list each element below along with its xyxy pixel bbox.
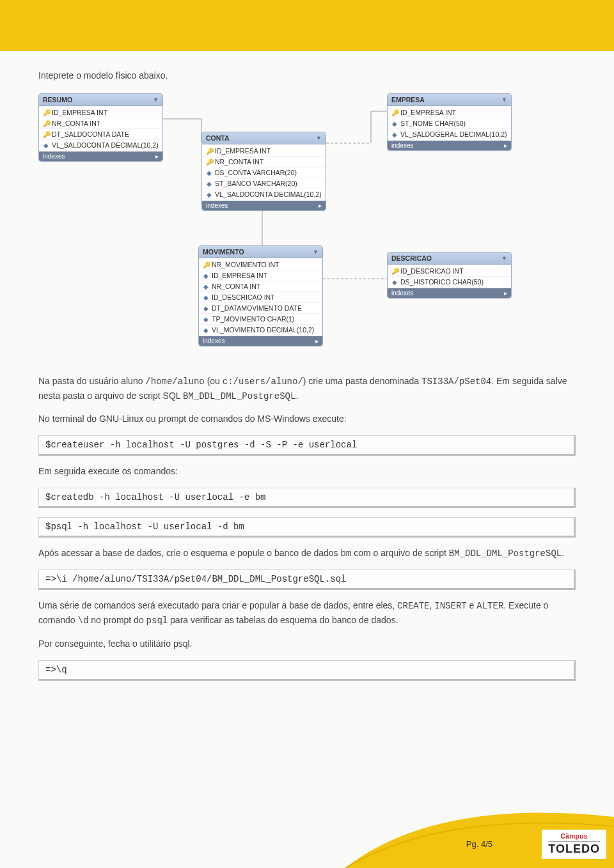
col-icon: ◆ [203,283,209,290]
attr: VL_MOVIMENTO DECIMAL(10,2) [212,326,314,334]
attr: DT_SALDOCONTA DATE [52,130,129,138]
paragraph: Na pasta do usuário aluno /home/aluno (o… [38,375,576,403]
command-box: $psql -h localhost -U userlocal -d bm [38,517,576,538]
chevron-down-icon: ▼ [313,249,319,255]
attr: TP_MOVIMENTO CHAR(1) [212,315,294,323]
pk-icon: 🔑 [206,159,212,166]
col-icon: ◆ [203,305,209,312]
chevron-down-icon: ▼ [153,97,159,103]
entity-title: EMPRESA [391,96,425,104]
entity-header: EMPRESA ▼ [388,94,511,106]
col-icon: ◆ [391,131,398,138]
attr: DT_DATAMOVIMENTO DATE [212,304,302,312]
attr: VL_SALDOGERAL DECIMAL(10,2) [400,130,507,138]
attr: ID_EMPRESA INT [215,147,271,155]
command-box: =>\i /home/aluno/TSI33A/pSet04/BM_DDL_DM… [38,570,576,590]
indexes-row: indexes▸ [388,288,511,298]
paragraph: Após acessar a base de dados, crie o esq… [38,546,576,561]
attr: ID_EMPRESA INT [400,109,456,116]
entity-title: CONTA [206,134,230,142]
paragraph: Uma série de comandos será executado par… [38,599,576,628]
pk-icon: 🔑 [206,148,212,155]
indexes-row: indexes▸ [202,201,326,210]
attr: ID_EMPRESA INT [52,109,107,116]
logo-toledo: TOLEDO [548,843,600,855]
attr: ST_NOME CHAR(50) [400,120,466,127]
attr: NR_CONTA INT [212,283,260,290]
logo-campus: Câmpus [548,833,600,842]
col-icon: ◆ [43,142,49,149]
attr: VL_SALDOCONTA DECIMAL(10,2) [52,141,159,149]
col-icon: ◆ [206,191,212,198]
chevron-down-icon: ▼ [501,255,507,261]
attr: NR_MOVIMENTO INT [212,261,279,268]
pk-icon: 🔑 [391,268,398,275]
attr: ID_EMPRESA INT [212,272,267,279]
entity-resumo: RESUMO ▼ 🔑ID_EMPRESA INT 🔑NR_CONTA INT 🔑… [38,93,163,162]
pk-icon: 🔑 [43,109,49,116]
attr: VL_SALDOCONTA DECIMAL(10,2) [215,190,322,198]
header-bar [0,0,614,51]
entity-header: CONTA ▼ [202,132,326,144]
entity-descricao: DESCRICAO ▼ 🔑ID_DESCRICAO INT ◆DS_HISTOR… [387,252,512,298]
attr: DS_HISTORICO CHAR(50) [400,278,484,286]
pk-icon: 🔑 [43,131,49,138]
document-content: Inteprete o modelo físico abaixo. RESUMO… [0,51,614,702]
pk-icon: 🔑 [203,261,209,268]
entity-conta: CONTA ▼ 🔑ID_EMPRESA INT 🔑NR_CONTA INT ◆D… [201,132,326,211]
col-icon: ◆ [203,294,209,301]
page-number: Pg. 4/5 [466,839,492,849]
col-icon: ◆ [203,272,209,279]
chevron-down-icon: ▼ [316,135,322,141]
chevron-down-icon: ▼ [501,97,507,103]
intro-text: Inteprete o modelo físico abaixo. [38,70,576,81]
indexes-row: indexes▸ [39,151,162,161]
campus-logo: Câmpus TOLEDO [542,830,606,859]
col-icon: ◆ [206,169,212,176]
attr: ID_DESCRICAO INT [212,293,275,301]
attr: NR_CONTA INT [215,158,264,166]
attr: DS_CONTA VARCHAR(20) [215,169,297,176]
entity-header: MOVIMENTO ▼ [199,246,322,258]
pk-icon: 🔑 [43,120,49,127]
pk-icon: 🔑 [391,109,398,116]
entity-title: MOVIMENTO [203,248,244,256]
erd-diagram: RESUMO ▼ 🔑ID_EMPRESA INT 🔑NR_CONTA INT 🔑… [38,93,576,362]
paragraph: Por conseguinte, fecha o utilitário psql… [38,637,576,651]
footer: Pg. 4/5 Câmpus TOLEDO [0,791,614,868]
col-icon: ◆ [391,120,398,127]
attr: ST_BANCO VARCHAR(20) [215,180,297,187]
col-icon: ◆ [203,327,209,334]
command-box: $createuser -h localhost -U postgres -d … [38,435,576,456]
attr: NR_CONTA INT [52,120,100,127]
entity-empresa: EMPRESA ▼ 🔑ID_EMPRESA INT ◆ST_NOME CHAR(… [387,93,512,151]
indexes-row: indexes▸ [388,141,511,150]
attr: ID_DESCRICAO INT [400,267,464,275]
entity-title: RESUMO [43,96,72,104]
col-icon: ◆ [206,180,212,187]
col-icon: ◆ [203,316,209,323]
col-icon: ◆ [391,279,398,286]
indexes-row: indexes▸ [199,336,322,346]
entity-movimento: MOVIMENTO ▼ 🔑NR_MOVIMENTO INT ◆ID_EMPRES… [198,245,323,346]
command-box: =>\q [38,660,576,681]
entity-header: RESUMO ▼ [39,94,162,106]
entity-header: DESCRICAO ▼ [388,252,511,265]
paragraph: No terminal do GNU-Linux ou prompt de co… [38,412,576,426]
entity-title: DESCRICAO [391,254,432,262]
command-box: $createdb -h localhost -U userlocal -e b… [38,488,576,508]
paragraph: Em seguida execute os comandos: [38,465,576,479]
